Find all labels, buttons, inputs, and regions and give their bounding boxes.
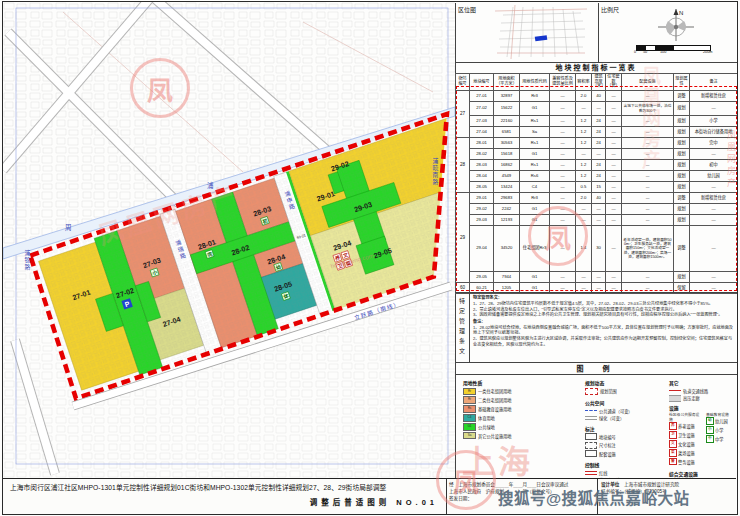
plan-sheet: 周 浦 塘 (0, 0, 740, 516)
adjustment-scope-dashed-box (456, 86, 737, 291)
